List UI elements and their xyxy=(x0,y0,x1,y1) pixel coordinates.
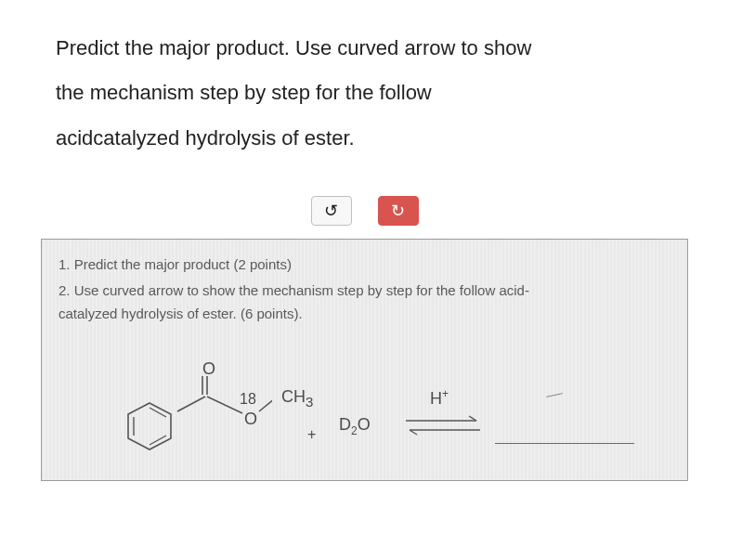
ether-oxygen-label: O xyxy=(244,410,257,429)
d2o-sub: 2 xyxy=(351,423,358,436)
h-plus-catalyst-label: H+ xyxy=(430,387,449,409)
hcat-sup: + xyxy=(442,387,449,400)
prompt-line-1: Predict the major product. Use curved ar… xyxy=(56,26,673,71)
isotope-18-label: 18 xyxy=(240,391,256,408)
ch3-text: CH xyxy=(281,387,306,406)
reaction-diagram: O 18 O CH3 + D2O H+ xyxy=(59,333,670,463)
svg-line-7 xyxy=(207,397,242,413)
question-2-line-a: 2. Use curved arrow to show the mechanis… xyxy=(59,279,670,303)
redo-button[interactable]: ↻ xyxy=(378,196,419,226)
svg-line-8 xyxy=(259,395,272,411)
ch3-sub: 3 xyxy=(306,393,313,409)
question-panel: 1. Predict the major product (2 points) … xyxy=(41,239,688,481)
undo-button[interactable]: ↺ xyxy=(311,196,352,226)
answer-blank-line xyxy=(495,443,634,444)
d2o-label: D2O xyxy=(339,415,371,437)
panel-text: 1. Predict the major product (2 points) … xyxy=(59,253,670,326)
stray-mark xyxy=(546,393,563,397)
prompt-line-3: acidcatalyzed hydrolysis of ester. xyxy=(56,116,673,161)
prompt-block: Predict the major product. Use curved ar… xyxy=(0,0,729,170)
redo-icon: ↻ xyxy=(391,201,405,221)
d2o-d: D xyxy=(339,415,351,434)
prompt-line-2: the mechanism step by step for the follo… xyxy=(56,71,673,115)
svg-marker-0 xyxy=(128,403,171,449)
svg-line-4 xyxy=(177,397,205,411)
methyl-label: CH3 xyxy=(281,387,313,410)
hcat-h: H xyxy=(430,389,442,408)
question-2-line-b: catalyzed hydrolysis of ester. (6 points… xyxy=(59,302,670,326)
plus-sign: + xyxy=(307,426,316,443)
carbonyl-oxygen-label: O xyxy=(202,359,215,379)
question-1: 1. Predict the major product (2 points) xyxy=(59,253,670,277)
toolbar: ↺ ↻ xyxy=(0,196,729,226)
d2o-o: O xyxy=(358,415,371,434)
benzene-ring-icon xyxy=(124,400,176,452)
svg-line-3 xyxy=(150,436,166,445)
undo-icon: ↺ xyxy=(324,201,338,221)
svg-line-2 xyxy=(150,408,166,417)
equilibrium-arrows-icon xyxy=(400,410,486,441)
